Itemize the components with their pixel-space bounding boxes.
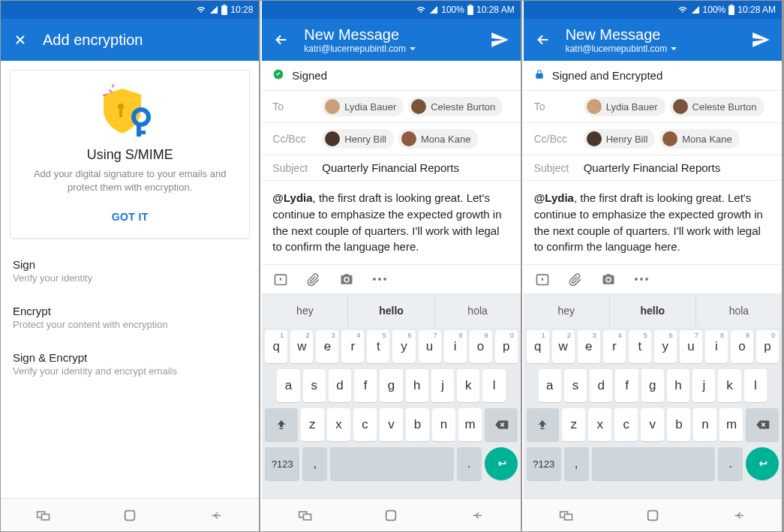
suggestion[interactable]: hello	[610, 294, 696, 327]
key-f[interactable]: f	[354, 369, 377, 402]
comma-key[interactable]: ,	[302, 447, 327, 480]
key-b[interactable]: b	[667, 408, 690, 441]
to-field-row[interactable]: To Lydia Bauer Celeste Burton	[262, 91, 520, 123]
shift-key[interactable]	[527, 408, 559, 441]
key-q[interactable]: q1	[527, 330, 549, 363]
key-a[interactable]: a	[539, 369, 561, 402]
period-key[interactable]: .	[457, 447, 482, 480]
key-r[interactable]: r4	[341, 330, 364, 363]
key-k[interactable]: k	[457, 369, 479, 402]
back-button[interactable]	[467, 505, 488, 526]
key-c[interactable]: c	[353, 408, 377, 441]
key-z[interactable]: z	[301, 408, 324, 441]
more-icon[interactable]	[633, 271, 650, 287]
close-icon[interactable]	[10, 29, 31, 50]
key-b[interactable]: b	[406, 408, 429, 441]
availability-icon[interactable]	[272, 271, 289, 287]
back-icon[interactable]	[533, 29, 554, 50]
suggestion[interactable]: hello	[348, 294, 434, 327]
message-body-input[interactable]: @Lydia, the first draft is looking great…	[262, 181, 520, 265]
backspace-key[interactable]	[485, 408, 517, 441]
key-t[interactable]: t5	[629, 330, 651, 363]
space-key[interactable]	[592, 447, 715, 480]
availability-icon[interactable]	[534, 271, 551, 287]
key-o[interactable]: o9	[470, 330, 492, 363]
key-g[interactable]: g	[380, 369, 402, 402]
shift-key[interactable]	[265, 408, 297, 441]
recipient-chip[interactable]: Celeste Burton	[670, 97, 764, 116]
key-y[interactable]: y6	[654, 330, 677, 363]
recent-apps-button[interactable]	[295, 505, 316, 526]
back-icon[interactable]	[271, 29, 292, 50]
key-i[interactable]: i8	[705, 330, 728, 363]
suggestion[interactable]: hey	[262, 294, 348, 327]
option-encrypt[interactable]: Encrypt Protect your content with encryp…	[1, 294, 259, 341]
home-button[interactable]	[642, 505, 663, 526]
recipient-chip[interactable]: Mona Kane	[659, 129, 740, 149]
key-e[interactable]: e3	[578, 330, 600, 363]
subject-input[interactable]: Quarterly Financial Reports	[584, 161, 721, 174]
key-i[interactable]: i8	[444, 330, 467, 363]
symbols-key[interactable]: ?123	[527, 447, 561, 480]
mention[interactable]: @Lydia	[272, 191, 312, 204]
to-field-row[interactable]: To Lydia Bauer Celeste Burton	[524, 91, 782, 123]
key-g[interactable]: g	[641, 369, 664, 402]
key-p[interactable]: p0	[495, 330, 518, 363]
attachment-icon[interactable]	[567, 271, 584, 287]
backspace-key[interactable]	[746, 408, 778, 441]
home-button[interactable]	[380, 505, 401, 526]
key-t[interactable]: t5	[367, 330, 389, 363]
recent-apps-button[interactable]	[556, 505, 577, 526]
key-y[interactable]: y6	[392, 330, 415, 363]
key-f[interactable]: f	[615, 369, 638, 402]
recipient-chip[interactable]: Mona Kane	[398, 129, 479, 149]
option-sign-encrypt[interactable]: Sign & Encrypt Verify your identity and …	[1, 341, 259, 387]
key-v[interactable]: v	[380, 408, 403, 441]
space-key[interactable]	[330, 447, 453, 480]
period-key[interactable]: .	[718, 447, 743, 480]
suggestion[interactable]: hola	[696, 294, 782, 327]
security-status-row[interactable]: Signed and Encrypted	[524, 61, 782, 91]
key-o[interactable]: o9	[731, 330, 753, 363]
key-w[interactable]: w2	[290, 330, 313, 363]
key-a[interactable]: a	[277, 369, 299, 402]
send-button[interactable]	[749, 28, 773, 52]
suggestion[interactable]: hola	[435, 294, 521, 327]
home-button[interactable]	[119, 505, 140, 526]
key-u[interactable]: u7	[680, 330, 702, 363]
subject-field-row[interactable]: Subject Quarterly Financial Reports	[524, 155, 782, 181]
mention[interactable]: @Lydia	[534, 191, 574, 204]
key-j[interactable]: j	[431, 369, 454, 402]
key-k[interactable]: k	[718, 369, 740, 402]
key-s[interactable]: s	[564, 369, 587, 402]
recipient-chip[interactable]: Lydia Bauer	[584, 97, 665, 116]
key-d[interactable]: d	[329, 369, 351, 402]
option-sign[interactable]: Sign Verify your identity	[1, 248, 259, 294]
message-body-input[interactable]: @Lydia, the first draft is looking great…	[524, 181, 782, 265]
camera-icon[interactable]	[600, 271, 617, 287]
key-e[interactable]: e3	[316, 330, 338, 363]
got-it-button[interactable]: GOT IT	[23, 205, 237, 229]
comma-key[interactable]: ,	[564, 447, 589, 480]
from-account-selector[interactable]: katri@lucernepubintl.com	[304, 44, 487, 54]
key-j[interactable]: j	[692, 369, 715, 402]
send-button[interactable]	[488, 28, 512, 52]
key-u[interactable]: u7	[419, 330, 441, 363]
security-status-row[interactable]: Signed	[262, 61, 520, 91]
key-w[interactable]: w2	[552, 330, 575, 363]
key-p[interactable]: p0	[756, 330, 779, 363]
recipient-chip[interactable]: Henry Bill	[584, 129, 656, 149]
attachment-icon[interactable]	[305, 271, 322, 287]
key-m[interactable]: m	[458, 408, 482, 441]
key-h[interactable]: h	[406, 369, 428, 402]
suggestion[interactable]: hey	[524, 294, 610, 327]
back-button[interactable]	[728, 505, 749, 526]
key-q[interactable]: q1	[265, 330, 287, 363]
subject-field-row[interactable]: Subject Quarterly Financial Reports	[262, 155, 520, 181]
key-d[interactable]: d	[590, 369, 612, 402]
key-x[interactable]: x	[327, 408, 350, 441]
cc-field-row[interactable]: Cc/Bcc Henry Bill Mona Kane	[262, 123, 520, 155]
recipient-chip[interactable]: Henry Bill	[322, 129, 394, 149]
key-s[interactable]: s	[303, 369, 326, 402]
back-button[interactable]	[206, 505, 227, 526]
